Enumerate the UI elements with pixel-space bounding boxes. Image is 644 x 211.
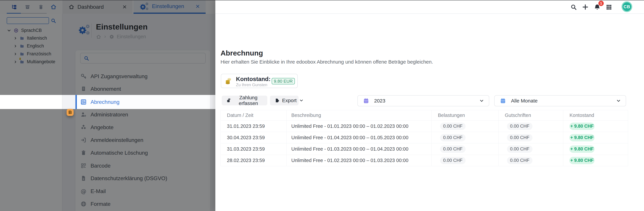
cell-date: 28.02.2023 23:59 (220, 155, 286, 166)
billing-subtitle: Hier erhalten Sie Einblicke in Ihre edoo… (220, 59, 433, 65)
export-label: Export (282, 98, 297, 103)
coins-icon (226, 98, 232, 103)
balance-badge: + 9.80 CHF (569, 134, 594, 142)
debit-badge: 0.00 CHF (440, 146, 466, 153)
cell-description: Unlimited Free - 01.02.2023 00:00 – 01.0… (286, 155, 432, 166)
column-header: Beschreibung (286, 110, 432, 120)
cell-description: Unlimited Free - 01.04.2023 00:00 – 01.0… (286, 132, 432, 143)
plus-icon[interactable] (582, 4, 589, 10)
app-screen: Dashboard Einstellungen SprachCB Italien… (0, 0, 644, 211)
debit-badge: 0.00 CHF (440, 134, 466, 142)
record-payment-button[interactable]: Zahlung erfassen (222, 96, 267, 105)
billing-table: Datum / Zeit Beschreibung Belastungen Gu… (220, 110, 628, 166)
month-select-value: Alle Monate (511, 98, 538, 104)
overlay-backdrop-bottom (0, 109, 215, 211)
chevron-down-icon (299, 98, 304, 102)
balance-card: Kontostand: Zu Ihren Gunsten 9.80 EUR (221, 74, 298, 88)
apps-grid-icon[interactable] (606, 4, 612, 10)
table-header-row: Datum / Zeit Beschreibung Belastungen Gu… (220, 110, 628, 120)
column-header: Gutschriften (498, 110, 563, 120)
balance-badge: + 9.80 CHF (569, 122, 594, 130)
balance-badge: + 9.80 CHF (569, 157, 594, 164)
table-row[interactable]: 28.02.2023 23:59 Unlimited Free - 01.02.… (220, 155, 628, 166)
search-icon[interactable] (570, 4, 577, 10)
credit-badge: 0.00 CHF (507, 157, 532, 164)
credit-badge: 0.00 CHF (507, 146, 532, 153)
cell-description: Unlimited Free - 01.03.2023 00:00 – 01.0… (286, 144, 432, 155)
table-row[interactable]: 31.03.2023 23:59 Unlimited Free - 01.03.… (220, 144, 628, 155)
overlay-backdrop-top (0, 0, 215, 95)
topbar-divider (215, 14, 644, 14)
debit-badge: 0.00 CHF (440, 122, 466, 130)
column-header: Belastungen (432, 110, 498, 120)
table-row[interactable]: 30.04.2023 23:59 Unlimited Free - 01.04.… (220, 132, 628, 144)
record-payment-label: Zahlung erfassen (234, 95, 263, 106)
cell-date: 31.03.2023 23:59 (220, 144, 286, 155)
balance-badge: + 9.80 CHF (569, 146, 594, 153)
tour-marker-b[interactable]: B (66, 109, 74, 116)
cell-description: Unlimited Free - 01.01.2023 00:00 – 01.0… (286, 120, 432, 132)
calendar-icon (500, 98, 506, 104)
balance-label: Kontostand: (236, 76, 270, 82)
month-select[interactable]: Alle Monate (494, 95, 626, 106)
cell-date: 30.04.2023 23:59 (220, 132, 286, 143)
credit-badge: 0.00 CHF (507, 134, 532, 142)
window-top-edge (0, 0, 644, 0)
debit-badge: 0.00 CHF (440, 157, 466, 164)
billing-detail-panel: 1 CB Abrechnung Hier erhalten Sie Einbli… (215, 0, 644, 211)
column-header: Kontostand (563, 110, 628, 120)
balance-amount-badge: 9.80 EUR (272, 78, 295, 84)
calendar-icon (363, 98, 369, 104)
notification-badge: 1 (598, 1, 604, 6)
credit-badge: 0.00 CHF (507, 122, 532, 130)
menu-item-abrechnung[interactable]: Abrechnung (76, 95, 210, 109)
balance-note: Zu Ihren Gunsten (236, 82, 267, 87)
billing-title: Abrechnung (220, 49, 263, 57)
cell-date: 31.01.2023 23:59 (220, 120, 286, 132)
export-button[interactable]: Export (270, 96, 298, 105)
menu-item-label: Abrechnung (90, 99, 120, 105)
coins-icon (225, 77, 232, 85)
abacus-icon (80, 99, 86, 105)
year-select-value: 2023 (374, 98, 386, 104)
column-header: Datum / Zeit (220, 110, 286, 120)
table-row[interactable]: 31.01.2023 23:59 Unlimited Free - 01.01.… (220, 120, 628, 132)
chevron-down-icon (480, 98, 484, 103)
chevron-down-icon (616, 98, 621, 103)
file-export-icon (275, 98, 280, 103)
avatar[interactable]: CB (622, 1, 632, 12)
year-select[interactable]: 2023 (358, 95, 489, 106)
